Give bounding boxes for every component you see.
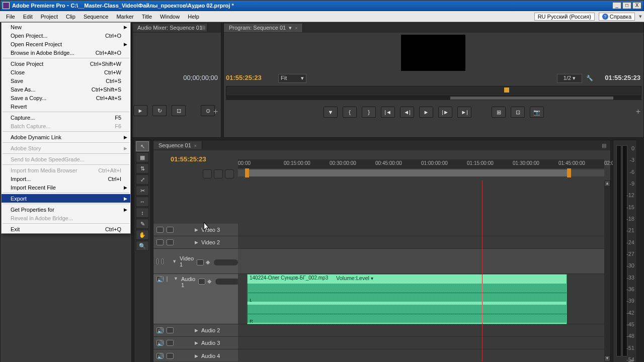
keyframe-diamond-icon[interactable]: ◆: [207, 278, 211, 285]
keyframe-icon[interactable]: [198, 279, 205, 285]
close-icon[interactable]: ×: [295, 26, 297, 31]
work-area-bar[interactable]: [247, 169, 568, 176]
track-head-video3[interactable]: ▶Video 3: [153, 224, 238, 236]
selection-tool[interactable]: ↖: [136, 141, 149, 151]
src-play-button[interactable]: ►: [133, 105, 147, 116]
track-body-video3[interactable]: [238, 224, 604, 236]
maximize-button[interactable]: □: [622, 2, 631, 9]
file-menu-item[interactable]: Open Recent Project▶: [2, 40, 130, 48]
step-back-button[interactable]: ◄|: [400, 107, 414, 118]
go-to-out-button[interactable]: ►|: [457, 107, 471, 118]
file-menu-item[interactable]: Import...Ctrl+I: [2, 174, 130, 183]
lock-icon[interactable]: [162, 258, 164, 264]
slip-tool[interactable]: ↔: [136, 197, 149, 207]
clip-volume-label[interactable]: Volume:Level ▾: [336, 275, 373, 281]
keyframe-icon[interactable]: [197, 259, 204, 265]
playhead-marker[interactable]: [504, 87, 509, 93]
eye-icon[interactable]: [156, 239, 164, 245]
menu-project[interactable]: Project: [37, 13, 62, 21]
slide-tool[interactable]: ↕: [136, 208, 149, 218]
speaker-icon[interactable]: 🔊: [156, 340, 164, 346]
file-menu-item[interactable]: Save a Copy...Ctrl+Alt+S: [2, 94, 130, 102]
track-head-video2[interactable]: ▶Video 2: [153, 236, 238, 249]
track-body-audio3[interactable]: [238, 337, 604, 349]
extract-button[interactable]: ⊡: [511, 107, 525, 118]
program-viewer[interactable]: [401, 35, 465, 71]
file-menu-item[interactable]: Get Properties for▶: [2, 205, 130, 214]
file-menu-item[interactable]: Reveal in Adobe Bridge...: [2, 214, 130, 222]
file-menu-item[interactable]: Capture...F5: [2, 113, 130, 122]
timeline-playhead[interactable]: [482, 180, 482, 361]
track-head-audio2[interactable]: 🔊▶Audio 2: [153, 324, 238, 337]
menu-window[interactable]: Window: [156, 13, 184, 21]
panel-menu-icon[interactable]: ▤: [201, 25, 205, 30]
track-select-tool[interactable]: ▦: [136, 152, 149, 162]
play-button[interactable]: ►: [419, 107, 433, 118]
program-timecode-current[interactable]: 01:55:25:23: [226, 74, 262, 81]
file-menu-item[interactable]: Import Recent File▶: [2, 183, 130, 192]
chevron-right-icon[interactable]: ▶: [195, 227, 198, 232]
work-area-handle-left[interactable]: [245, 168, 249, 177]
menu-title[interactable]: Title: [138, 13, 156, 21]
scroll-up-icon[interactable]: ▲: [604, 180, 610, 187]
keyframe-diamond-icon[interactable]: ◆: [206, 259, 210, 265]
zoom-dropdown[interactable]: 1/2 ▾: [557, 74, 582, 83]
go-to-in-button[interactable]: |◄: [381, 107, 395, 118]
src-loop-button[interactable]: ↻: [152, 105, 167, 116]
opacity-slider[interactable]: [214, 259, 238, 265]
menu-edit[interactable]: Edit: [19, 13, 37, 21]
menu-file[interactable]: File: [2, 13, 19, 21]
wrench-icon[interactable]: 🔧: [586, 75, 593, 81]
scroll-thumb[interactable]: [450, 97, 613, 100]
scroll-down-icon[interactable]: ▼: [604, 355, 610, 361]
chevron-down-icon[interactable]: ▼: [172, 259, 177, 264]
src-add-button[interactable]: +: [213, 107, 218, 116]
minimize-button[interactable]: _: [612, 2, 621, 9]
file-menu-item[interactable]: New▶: [2, 23, 130, 31]
timeline-timecode[interactable]: 01:55:25:23: [171, 155, 206, 163]
file-menu-item[interactable]: Adobe Dynamic Link▶: [2, 133, 130, 141]
track-head-audio3[interactable]: 🔊▶Audio 3: [153, 337, 238, 349]
panel-menu-icon[interactable]: ▤: [602, 143, 606, 148]
speaker-icon[interactable]: 🔊: [156, 327, 164, 333]
lock-icon[interactable]: [167, 239, 174, 245]
speaker-icon[interactable]: 🔊: [156, 353, 164, 359]
snapshot-button[interactable]: 📷: [530, 107, 544, 118]
track-body-video1[interactable]: [238, 249, 604, 274]
track-head-audio1[interactable]: 🔊▼Audio 1◆: [153, 274, 238, 324]
close-button[interactable]: X: [632, 2, 641, 9]
chevron-right-icon[interactable]: ▶: [195, 353, 198, 358]
razor-tool[interactable]: ✂: [136, 186, 149, 196]
chevron-down-icon[interactable]: ▼: [174, 276, 178, 281]
menu-help[interactable]: Help: [184, 13, 203, 21]
marker-button[interactable]: ▼: [324, 107, 338, 118]
chevron-right-icon[interactable]: ▶: [195, 328, 198, 333]
file-menu-item[interactable]: ExitCtrl+Q: [2, 225, 130, 233]
ripple-tool[interactable]: ⇅: [136, 163, 149, 173]
volume-slider[interactable]: [215, 279, 239, 285]
file-menu-item[interactable]: Adobe Story▶: [2, 144, 130, 152]
marker-button[interactable]: [214, 169, 223, 178]
eye-icon[interactable]: [156, 258, 158, 264]
close-icon[interactable]: ×: [194, 143, 197, 148]
lock-icon[interactable]: [167, 227, 174, 233]
hand-tool[interactable]: ✋: [136, 230, 149, 240]
file-menu-item[interactable]: Revert: [2, 102, 130, 111]
dropdown-icon[interactable]: ▾: [639, 13, 642, 20]
file-menu-item[interactable]: Send to Adobe SpeedGrade...: [2, 155, 130, 163]
file-menu-item[interactable]: Save As...Ctrl+Shift+S: [2, 85, 130, 94]
speaker-icon[interactable]: 🔊: [156, 276, 164, 282]
chevron-right-icon[interactable]: ▶: [195, 240, 198, 245]
lock-icon[interactable]: [167, 353, 174, 359]
track-head-audio4[interactable]: 🔊▶Audio 4: [153, 349, 238, 361]
src-record-button[interactable]: ⊡: [172, 105, 186, 116]
audio-clip[interactable]: 140224-Олег Сунцов-БГ_002.mp3 Volume:Lev…: [247, 274, 567, 324]
out-point-button[interactable]: }: [362, 107, 376, 118]
track-body-audio1[interactable]: 140224-Олег Сунцов-БГ_002.mp3 Volume:Lev…: [238, 274, 604, 324]
language-indicator[interactable]: RU Русский (Россия): [534, 13, 595, 21]
work-area-handle-right[interactable]: [567, 168, 571, 177]
track-body-video2[interactable]: [238, 236, 604, 249]
lock-icon[interactable]: [167, 276, 168, 282]
lock-icon[interactable]: [167, 340, 174, 346]
file-menu-item[interactable]: SaveCtrl+S: [2, 76, 130, 85]
